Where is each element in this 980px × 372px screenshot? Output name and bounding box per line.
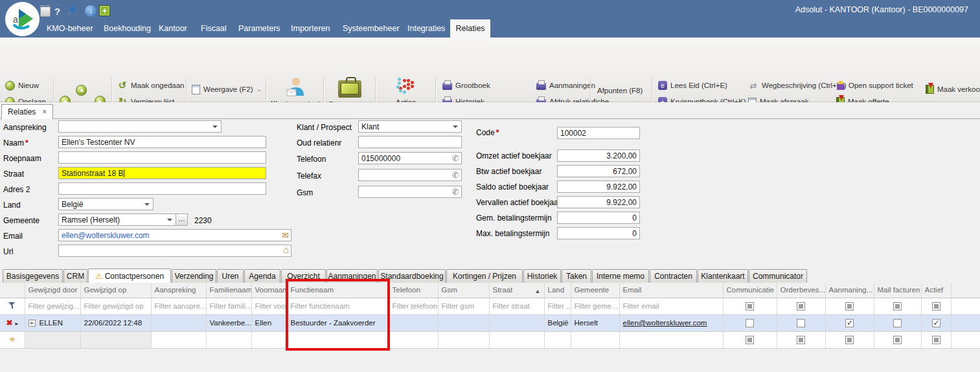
nieuw-button[interactable]: Nieuw	[5, 79, 39, 92]
new-cell-gemeente[interactable]	[571, 331, 619, 348]
menu-tab-parameters[interactable]: Parameters	[232, 19, 287, 38]
col-header-aanmaning[interactable]: Aanmaning...	[825, 283, 874, 298]
menu-tab-systeembeheer[interactable]: Systeembeheer	[336, 19, 406, 38]
new-cell-email[interactable]	[619, 331, 723, 348]
new-cell-familienaam[interactable]	[206, 331, 251, 348]
col-header-familienaam[interactable]: Familienaam	[206, 283, 251, 298]
new-cell-telefoon[interactable]	[389, 331, 438, 348]
checkbox-icon[interactable]	[893, 336, 902, 344]
grid-new-row[interactable]: ✳	[0, 331, 980, 348]
tab-standaardboeking[interactable]: Standaardboeking	[378, 269, 446, 283]
tab-contracten[interactable]: Contracten	[650, 269, 697, 283]
send-mail-icon[interactable]: ✉	[282, 230, 289, 241]
new-cell-aanspreking[interactable]	[151, 331, 206, 348]
checkbox-icon[interactable]	[893, 302, 902, 311]
adres2-input[interactable]	[58, 182, 266, 195]
filter-communicatie-checkbox[interactable]	[723, 298, 777, 314]
col-header-gsm[interactable]: Gsm	[438, 283, 489, 298]
cell-email[interactable]: ellen@wolterskluwer.com	[619, 314, 723, 331]
straat-input[interactable]: Stationstraat 18 B	[58, 167, 266, 179]
tab-verzending[interactable]: Verzending	[172, 269, 216, 283]
tab-communicator[interactable]: Communicator	[749, 269, 807, 283]
filter-straat[interactable]: Filter straat	[489, 298, 544, 314]
new-cell-gsm[interactable]	[438, 331, 489, 348]
checkbox-icon[interactable]	[797, 319, 805, 327]
calculator-icon[interactable]	[40, 5, 51, 17]
cell-aanspreking[interactable]	[151, 314, 206, 331]
gsm-input[interactable]: ✆	[358, 186, 462, 198]
help-icon[interactable]: ?	[54, 5, 60, 17]
gemeente-combobox[interactable]: Ramsel (Herselt)	[58, 213, 176, 226]
delete-row-icon[interactable]: ✖	[6, 318, 12, 327]
cell-gewijzigd-op[interactable]: 22/06/2022 12:48	[80, 314, 151, 331]
col-header-land[interactable]: Land	[544, 283, 571, 298]
col-header-voornaam[interactable]: Voornaam	[251, 283, 287, 298]
home-icon[interactable]: ⌂	[283, 245, 289, 255]
maak-ongedaan-button[interactable]: ↺Maak ongedaan	[117, 79, 184, 92]
col-header-straat[interactable]: ▲Straat	[489, 283, 544, 298]
menu-tab-relaties[interactable]: Relaties	[450, 19, 490, 38]
cell-actief-checkbox[interactable]	[921, 314, 951, 331]
new-cell-straat[interactable]	[489, 331, 544, 348]
checkbox-icon[interactable]	[932, 336, 940, 344]
col-header-telefoon[interactable]: Telefoon	[389, 283, 438, 298]
checkbox-icon[interactable]	[845, 302, 854, 311]
col-header-aanspreking[interactable]: Aanspreking	[151, 283, 206, 298]
expand-icon[interactable]: +	[28, 320, 36, 327]
tab-contactpersonen[interactable]: ⚠Contactpersonen	[88, 268, 171, 283]
menu-tab-kmo-beheer[interactable]: KMO-beheer	[40, 19, 100, 38]
telefoon-input[interactable]: 015000000✆	[358, 152, 462, 164]
pin-icon[interactable]	[67, 5, 77, 17]
filter-land[interactable]: Filter ...	[544, 298, 571, 314]
new-cell-aanmaning-checkbox[interactable]	[825, 331, 874, 348]
cell-gemeente[interactable]: Herselt	[571, 314, 619, 331]
nav-prev-button[interactable]: ◀	[76, 85, 87, 96]
download-icon[interactable]: ↓	[85, 5, 97, 17]
weergave-button[interactable]: Weergave (F2)⌄	[192, 83, 262, 96]
cell-aanmaning-checkbox[interactable]	[825, 314, 874, 331]
filter-funnel-icon[interactable]	[8, 302, 16, 309]
checkbox-icon[interactable]	[797, 336, 805, 344]
oud-relatienr-input[interactable]	[358, 136, 462, 148]
doc-tab-relaties[interactable]: Relaties ×	[1, 104, 53, 119]
tab-taken[interactable]: Taken	[562, 269, 591, 283]
checkbox-icon[interactable]	[845, 336, 854, 344]
grid-data-row[interactable]: ✖▸ +ELLEN 22/06/2022 12:48 Vankeerbe... …	[0, 314, 980, 331]
tab-crm[interactable]: CRM	[63, 269, 87, 283]
tab-basisgegevens[interactable]: Basisgegevens	[3, 269, 63, 283]
cell-telefoon[interactable]	[389, 314, 438, 331]
new-cell-voornaam[interactable]	[251, 331, 287, 348]
gemeente-lookup-button[interactable]: …	[176, 213, 188, 226]
tab-historiek[interactable]: Historiek	[523, 269, 561, 283]
filter-gsm[interactable]: Filter gsm	[438, 298, 489, 314]
col-header-gemeente[interactable]: Gemeente	[571, 283, 619, 298]
maak-verkoop-button[interactable]: Maak verkoop	[926, 83, 980, 96]
filter-familienaam[interactable]: Filter famili...	[206, 298, 251, 314]
col-header-email[interactable]: Email	[619, 283, 723, 298]
klant-prospect-combobox[interactable]: Klant	[358, 120, 462, 133]
col-header-functienaam[interactable]: Functienaam	[287, 283, 389, 298]
filter-gemeente[interactable]: Filter geme...	[571, 298, 619, 314]
menu-tab-boekhouding[interactable]: Boekhouding	[97, 19, 157, 38]
cell-mail-facturen-checkbox[interactable]	[874, 314, 921, 331]
close-icon[interactable]: ×	[42, 107, 47, 116]
filter-telefoon[interactable]: Filter telefoon	[389, 298, 438, 314]
new-cell-communicatie-checkbox[interactable]	[723, 331, 777, 348]
checkbox-icon[interactable]	[746, 336, 754, 344]
cell-gsm[interactable]	[438, 314, 489, 331]
filter-aanspreking[interactable]: Filter aanspre...	[151, 298, 206, 314]
cell-orderbevestiging-checkbox[interactable]	[777, 314, 825, 331]
lees-eid-button[interactable]: eLees Eid (Ctrl+E)	[658, 79, 727, 92]
code-input[interactable]: 100002	[557, 127, 640, 139]
checkbox-icon[interactable]	[797, 302, 805, 311]
afpunten-button[interactable]: Afpunten (F8)	[597, 84, 643, 97]
roepnaam-input[interactable]	[58, 151, 266, 164]
col-header-gewijzigd-op[interactable]: Gewijzigd op	[80, 283, 151, 298]
tab-aanmaningen[interactable]: Aanmaningen	[326, 269, 378, 283]
menu-tab-kantoor[interactable]: Kantoor	[152, 19, 194, 38]
url-input[interactable]: ⌂	[58, 245, 291, 257]
filter-gewijzigd-door[interactable]: Filter gewijzig...	[25, 298, 80, 314]
land-combobox[interactable]: België	[58, 198, 154, 210]
col-header-communicatie[interactable]: Communicatie	[723, 283, 777, 298]
checkbox-icon[interactable]	[746, 302, 754, 311]
